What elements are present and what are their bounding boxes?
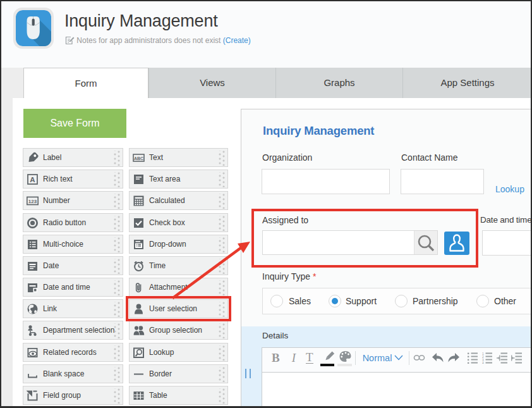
svg-text:ABC: ABC [134, 156, 143, 160]
svg-text:123: 123 [28, 198, 37, 204]
svg-text:4: 4 [482, 361, 484, 364]
svg-text:A: A [30, 176, 35, 183]
